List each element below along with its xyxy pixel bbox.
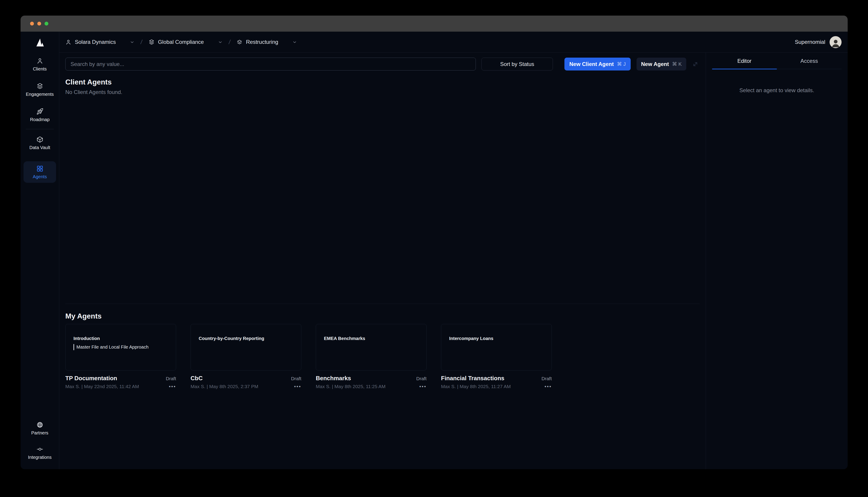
- agent-cards-row: Introduction Master File and Local File …: [65, 324, 700, 389]
- agent-title: Financial Transactions: [441, 375, 504, 382]
- preview-body: Master File and Local File Approach: [76, 344, 149, 350]
- agent-card: Country-by-Country Reporting CbC Draft M…: [191, 324, 301, 389]
- agent-meta: Max S. | May 8th 2025, 2:37 PM: [191, 384, 258, 389]
- details-empty-message: Select an agent to view details.: [712, 87, 842, 94]
- preview-heading: Country-by-Country Reporting: [199, 336, 296, 341]
- sidebar-item-label: Engagements: [26, 92, 54, 97]
- agent-card: EMEA Benchmarks Benchmarks Draft Max S. …: [316, 324, 426, 389]
- user-avatar[interactable]: [829, 36, 842, 48]
- breadcrumb-label: Solara Dynamics: [75, 39, 116, 45]
- agent-title: Benchmarks: [316, 375, 351, 382]
- search-input[interactable]: [65, 58, 476, 70]
- client-agents-empty-message: No Client Agents found.: [65, 89, 700, 95]
- breadcrumb-client-selector[interactable]: Solara Dynamics: [65, 39, 135, 45]
- breadcrumb-project-selector[interactable]: Restructuring: [236, 39, 297, 45]
- agent-title: CbC: [191, 375, 202, 382]
- tab-label: Editor: [737, 58, 752, 64]
- shortcut-hint: ⌘ J: [617, 61, 626, 67]
- sidebar-item-engagements[interactable]: Engagements: [24, 83, 56, 97]
- chevron-down-icon: [130, 40, 135, 44]
- sort-by-status-button[interactable]: Sort by Status: [481, 58, 553, 70]
- client-agents-section: Client Agents No Client Agents found.: [65, 78, 700, 303]
- window-titlebar: [20, 16, 848, 32]
- app-window: Clients Engagements: [20, 16, 848, 469]
- sidebar-item-agents[interactable]: Agents: [24, 161, 56, 183]
- new-agent-label: New Agent: [641, 61, 669, 67]
- top-header: Solara Dynamics / Global Compliance: [59, 32, 848, 53]
- sidebar-item-label: Integrations: [28, 455, 52, 460]
- sidebar-item-data-vault[interactable]: Data Vault: [24, 136, 56, 150]
- sidebar-bottom-nav: Partners Integrations: [20, 421, 59, 469]
- preview-heading: Introduction: [73, 336, 170, 341]
- breadcrumb-label: Restructuring: [246, 39, 278, 45]
- agent-card-preview[interactable]: Introduction Master File and Local File …: [65, 324, 176, 370]
- sidebar-item-partners[interactable]: Partners: [24, 421, 56, 436]
- my-agents-section: My Agents Introduction Master File and L…: [65, 312, 700, 389]
- status-badge: Draft: [166, 376, 176, 381]
- user-menu[interactable]: Supernomial: [795, 36, 842, 48]
- grid-icon: [37, 165, 43, 172]
- agent-card-preview[interactable]: Country-by-Country Reporting: [191, 324, 301, 370]
- window-close-button[interactable]: [30, 22, 34, 26]
- agent-meta: Max S. | May 8th 2025, 11:25 AM: [316, 384, 386, 389]
- agent-card-preview[interactable]: Intercompany Loans: [441, 324, 552, 370]
- sidebar-item-label: Agents: [33, 174, 47, 179]
- tab-editor[interactable]: Editor: [712, 58, 777, 69]
- sort-button-label: Sort by Status: [500, 61, 534, 67]
- integration-node-icon: [37, 446, 43, 453]
- new-client-agent-button[interactable]: New Client Agent ⌘ J: [564, 58, 631, 70]
- breadcrumb-engagement-selector[interactable]: Global Compliance: [149, 39, 223, 45]
- layers-icon: [37, 83, 43, 90]
- toolbar: Sort by Status New Client Agent ⌘ J New …: [65, 58, 700, 70]
- person-icon: [37, 57, 43, 65]
- agent-meta: Max S. | May 8th 2025, 11:27 AM: [441, 384, 511, 389]
- shortcut-hint: ⌘ K: [672, 61, 682, 67]
- status-badge: Draft: [416, 376, 426, 381]
- breadcrumb-label: Global Compliance: [158, 39, 204, 45]
- sidebar-item-label: Data Vault: [29, 145, 50, 150]
- layers-2-icon: [236, 39, 242, 45]
- sidebar-item-label: Clients: [33, 67, 46, 72]
- preview-heading: EMEA Benchmarks: [324, 336, 421, 341]
- status-badge: Draft: [541, 376, 552, 381]
- person-icon: [65, 39, 71, 45]
- sidebar-item-roadmap[interactable]: Roadmap: [24, 108, 56, 122]
- tab-label: Access: [800, 58, 818, 64]
- window-minimize-button[interactable]: [37, 22, 41, 26]
- my-agents-title: My Agents: [65, 312, 700, 320]
- breadcrumb: Solara Dynamics / Global Compliance: [65, 39, 297, 46]
- chevron-down-icon: [292, 40, 297, 44]
- card-menu-icon[interactable]: •••: [419, 384, 426, 389]
- details-tabs: Editor Access: [712, 58, 842, 69]
- details-panel: Editor Access Select an agent to view de…: [706, 53, 848, 469]
- agent-meta: Max S. | May 22nd 2025, 11:42 AM: [65, 384, 139, 389]
- sidebar-item-clients[interactable]: Clients: [24, 57, 56, 72]
- agent-card: Intercompany Loans Financial Transaction…: [441, 324, 552, 389]
- new-agent-button[interactable]: New Agent ⌘ K: [636, 58, 686, 70]
- agent-card-preview[interactable]: EMEA Benchmarks: [316, 324, 426, 370]
- section-divider: [65, 303, 700, 304]
- window-zoom-button[interactable]: [44, 22, 48, 26]
- text-cursor: [73, 344, 74, 350]
- card-menu-icon[interactable]: •••: [294, 384, 301, 389]
- new-client-agent-label: New Client Agent: [570, 61, 614, 67]
- agent-card: Introduction Master File and Local File …: [65, 324, 176, 389]
- app-logo-icon: [34, 38, 45, 47]
- sidebar-divider: [26, 129, 54, 129]
- workspace: Sort by Status New Client Agent ⌘ J New …: [59, 53, 706, 469]
- breadcrumb-separator: /: [228, 39, 231, 46]
- sidebar-item-label: Roadmap: [30, 117, 50, 122]
- cube-icon: [37, 136, 43, 143]
- status-badge: Draft: [291, 376, 301, 381]
- layers-3-icon: [149, 39, 155, 45]
- preview-heading: Intercompany Loans: [449, 336, 546, 341]
- card-menu-icon[interactable]: •••: [545, 384, 552, 389]
- card-menu-icon[interactable]: •••: [169, 384, 176, 389]
- globe-icon: [37, 421, 43, 428]
- client-agents-title: Client Agents: [65, 78, 700, 86]
- tab-access[interactable]: Access: [777, 58, 842, 69]
- sidebar: Clients Engagements: [20, 32, 59, 469]
- sidebar-item-integrations[interactable]: Integrations: [24, 446, 56, 460]
- sidebar-item-label: Partners: [31, 430, 48, 436]
- expand-icon[interactable]: [691, 58, 700, 70]
